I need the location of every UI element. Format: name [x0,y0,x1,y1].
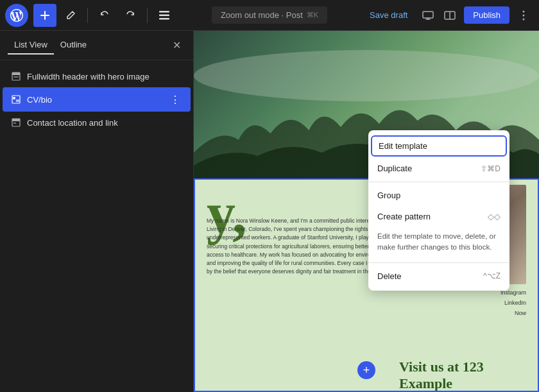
svg-point-12 [13,97,15,99]
svg-rect-2 [159,18,169,20]
wp-logo[interactable] [5,4,28,27]
create-pattern-icon: ◇◇ [488,212,501,221]
duplicate-label: Duplicate [377,164,412,173]
svg-point-6 [523,14,525,16]
toolbar-center: Zoom out mode · Post ⌘K [178,6,361,24]
canvas-area[interactable]: y, My name is Nora Winslow Keene, and I'… [194,31,539,392]
sidebar-item-label-contact: Contact location and link [27,118,118,128]
group-label: Group [377,191,400,200]
sidebar-close-button[interactable]: ✕ [167,37,185,55]
wordpress-icon [10,9,23,22]
zoom-mode-text: Zoom out mode · Post [221,10,303,20]
main-area: List View Outline ✕ Fullwidth header wit… [0,31,539,392]
add-block-canvas-button[interactable]: + [357,361,375,379]
redo-icon [125,10,135,21]
zoom-mode-indicator[interactable]: Zoom out mode · Post ⌘K [212,6,327,24]
sidebar-item-cv-bio[interactable]: CV/bio ⋮ [3,87,191,112]
menu-description-text: Edit the template to move, delete, or ma… [368,227,509,260]
undo-button[interactable] [93,4,116,27]
menu-divider-2 [368,262,509,263]
toolbar-divider-2 [147,8,148,23]
linkedin-link[interactable]: LinkedIn [501,298,526,308]
more-vertical-icon [522,10,525,21]
svg-point-5 [523,10,525,12]
visit-text: Visit us at 123 Example [399,359,539,392]
menu-item-delete[interactable]: Delete ^⌥Z [368,266,509,287]
context-menu: Edit template Duplicate ⇧⌘D Group Create… [368,130,509,291]
redo-button[interactable] [119,4,142,27]
toolbar-right: Save draft Publish [363,5,534,26]
menu-item-edit-template[interactable]: Edit template [371,135,507,157]
sidebar: List View Outline ✕ Fullwidth header wit… [0,31,194,392]
create-pattern-label: Create pattern [377,212,431,221]
menu-divider-1 [368,182,509,182]
pencil-icon [65,10,76,21]
svg-point-7 [523,18,525,20]
sidebar-item-contact[interactable]: Contact location and link [3,112,191,133]
sidebar-item-label-fullwidth: Fullwidth header with hero image [27,72,150,81]
desktop-view-button[interactable] [418,5,438,26]
menu-item-create-pattern[interactable]: Create pattern ◇◇ [368,206,509,227]
tab-list-view[interactable]: List View [8,36,54,55]
undo-icon [99,10,110,21]
svg-rect-9 [12,72,20,75]
sidebar-items-list: Fullwidth header with hero image CV/bio … [0,60,193,139]
tab-outline[interactable]: Outline [54,36,93,55]
save-draft-button[interactable]: Save draft [363,6,414,24]
edit-template-label: Edit template [379,141,427,151]
block-nav-button[interactable] [153,4,176,27]
duplicate-shortcut: ⇧⌘D [481,164,501,173]
plus-icon [40,11,49,20]
svg-rect-16 [12,119,20,121]
edit-tool-button[interactable] [59,4,82,27]
svg-rect-1 [159,14,169,16]
delete-shortcut: ^⌥Z [483,271,501,280]
template-icon-2 [10,94,22,105]
svg-rect-11 [12,96,20,103]
template-icon-1 [10,71,22,82]
split-view-icon [444,11,456,20]
split-view-button[interactable] [440,5,460,26]
add-block-toolbar-button[interactable] [33,4,56,27]
bio-social-links: Instagram LinkedIn Now [501,287,526,319]
menu-item-group[interactable]: Group [368,185,509,206]
zoom-shortcut: ⌘K [307,11,318,19]
publish-button[interactable]: Publish [464,6,509,24]
mist-layer [194,50,539,101]
delete-label: Delete [377,271,402,281]
sidebar-header: List View Outline ✕ [0,31,193,60]
sidebar-item-label-cvbio: CV/bio [27,95,52,105]
menu-item-duplicate[interactable]: Duplicate ⇧⌘D [368,158,509,179]
template-icon-3 [10,117,22,128]
toolbar-divider-1 [87,8,88,23]
main-toolbar: Zoom out mode · Post ⌘K Save draft Publi… [0,0,539,31]
sidebar-item-fullwidth-header[interactable]: Fullwidth header with hero image [3,66,191,87]
desktop-icon [422,11,434,20]
list-view-icon [159,11,169,20]
more-options-button[interactable] [513,5,534,26]
view-buttons [418,5,460,26]
svg-rect-3 [423,12,433,18]
now-link[interactable]: Now [501,308,526,318]
sidebar-item-options-button[interactable]: ⋮ [167,92,183,107]
svg-rect-0 [159,11,169,13]
